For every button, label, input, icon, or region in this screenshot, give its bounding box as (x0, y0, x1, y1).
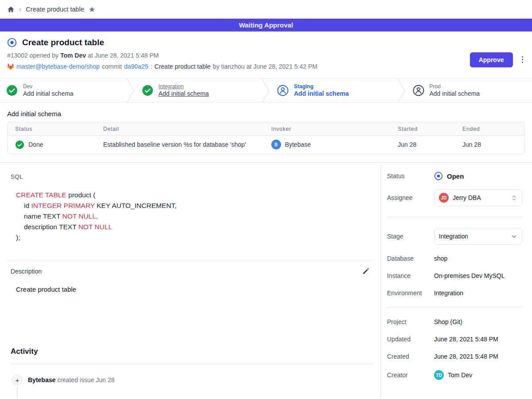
updated-value: June 28, 2021 5:48 PM (434, 336, 522, 343)
stage-pending-icon (413, 85, 424, 96)
stage-pending-approval-icon (277, 85, 289, 96)
sql-statement: CREATE TABLE product (id INTEGER PRIMARY… (16, 190, 380, 243)
commit-line: master@bytebase-demo/shop commit da90a25… (7, 63, 317, 70)
assignee-value: Jerry DBA (453, 194, 481, 201)
stage-done-icon (142, 85, 153, 96)
stage-label: Stage (387, 233, 434, 240)
assignee-select[interactable]: JD Jerry DBA (434, 189, 522, 206)
column-header-status: Status (8, 126, 103, 132)
avatar: B (271, 140, 281, 149)
activity-actor: Bytebase (28, 376, 55, 383)
description-label: Description (11, 268, 42, 275)
stage-task-link[interactable]: Add initial schema (430, 90, 480, 97)
assignee-label: Assignee (387, 194, 434, 201)
commit-branch-link[interactable]: master@bytebase-demo/shop (16, 63, 100, 70)
stage-done-icon (6, 85, 18, 96)
stage-env-label: Prod (430, 83, 480, 90)
issue-sidebar: Status Open Assignee JD Jerry DBA Stage (380, 163, 532, 397)
task-detail-text: Established baseline version %s for data… (103, 141, 271, 148)
issue-opened-at: at June 28, 2021 5:48 PM (88, 52, 159, 59)
activity-action: created issue Jun 28 (57, 376, 114, 383)
select-stepper-icon (511, 195, 517, 201)
task-ended-date: Jun 28 (462, 141, 524, 148)
column-header-invoker: Invoker (271, 126, 398, 132)
creator-label: Creator (387, 372, 434, 379)
issue-meta: #13002 opened by Tom Dev at June 28, 202… (7, 52, 317, 59)
chevron-down-icon (511, 233, 517, 240)
status-label: Status (387, 172, 434, 180)
commit-word: commit (102, 63, 122, 70)
task-table: Status Detail Invoker Started Ended Done… (7, 122, 525, 154)
divider (11, 364, 373, 364)
creator-value: Tom Dev (448, 372, 472, 379)
stage-select[interactable]: Integration (434, 228, 522, 245)
stage-env-label: Dev (23, 83, 74, 90)
chevron-right-icon: › (19, 6, 21, 13)
issue-header: Create product table #13002 opened by To… (0, 31, 532, 74)
project-value: Shop (Git) (434, 318, 522, 325)
database-value: shop (434, 255, 522, 262)
edit-pencil-icon[interactable] (362, 267, 370, 275)
approve-button[interactable]: Approve (470, 52, 513, 67)
issue-open-icon (7, 38, 17, 47)
task-table-header: Status Detail Invoker Started Ended (8, 122, 524, 136)
task-section-title: Add initial schema (7, 110, 525, 117)
breadcrumb-page-label: Create product table (26, 6, 84, 13)
stage-separator (261, 78, 271, 103)
stage-separator (126, 78, 136, 103)
divider (387, 307, 522, 308)
stage-task-link[interactable]: Add initial schema (23, 90, 74, 97)
stage-value: Integration (439, 233, 468, 240)
activity-section-title: Activity (11, 347, 380, 356)
database-label: Database (387, 255, 434, 262)
column-header-detail: Detail (103, 126, 271, 132)
commit-hash-link[interactable]: da90a25 (124, 63, 149, 70)
kebab-menu-icon[interactable] (520, 55, 525, 65)
timeline-line (17, 387, 18, 397)
pipeline-stage-dev[interactable]: Dev Add initial schema (0, 78, 126, 102)
pipeline-stage-prod[interactable]: Prod Add initial schema (407, 78, 532, 102)
instance-label: Instance (387, 272, 434, 279)
project-label: Project (387, 318, 434, 325)
updated-label: Updated (387, 336, 434, 343)
table-row[interactable]: Done Established baseline version %s for… (8, 136, 524, 153)
stage-task-link[interactable]: Add initial schema (294, 90, 349, 97)
stage-env-label: Integration (159, 83, 209, 90)
instance-value: On-premises Dev MySQL (434, 272, 522, 279)
home-icon[interactable] (7, 6, 15, 13)
breadcrumb: › Create product table ★ (0, 0, 532, 19)
avatar: TD (434, 370, 444, 380)
commit-colon: : (150, 63, 152, 70)
done-check-icon (15, 140, 24, 149)
status-banner: Waiting Approval (0, 19, 532, 31)
avatar: JD (439, 193, 449, 203)
page-title: Create product table (22, 38, 104, 47)
task-status-text: Done (28, 141, 43, 148)
description-text: Create product table (16, 286, 380, 293)
stage-env-label: Staging (294, 83, 349, 90)
divider (387, 217, 522, 217)
plus-icon: + (12, 374, 23, 386)
issue-author: Tom Dev (60, 52, 86, 59)
issue-detail-panel: SQL CREATE TABLE product (id INTEGER PRI… (0, 163, 380, 397)
created-value: June 28, 2021 5:48 PM (434, 353, 522, 360)
commit-message: Create product table (154, 63, 211, 70)
invoker-name: Bytebase (285, 141, 311, 148)
status-open-icon (434, 172, 443, 180)
status-value: Open (447, 172, 464, 180)
pipeline: Dev Add initial schema Integration Add i… (0, 78, 532, 102)
task-started-date: Jun 28 (398, 141, 462, 148)
created-label: Created (387, 353, 434, 360)
column-header-ended: Ended (462, 126, 524, 132)
activity-entry: + Bytebase created issue Jun 28 (12, 374, 380, 386)
environment-value: Integration (434, 289, 522, 297)
sql-section-label: SQL (0, 163, 380, 180)
environment-label: Environment (387, 289, 434, 297)
pipeline-stage-staging[interactable]: Staging Add initial schema (271, 78, 397, 102)
pipeline-stage-integration[interactable]: Integration Add initial schema (136, 78, 262, 102)
stage-task-link[interactable]: Add initial schema (159, 90, 209, 97)
issue-id-text: #13002 opened by (7, 52, 59, 59)
star-icon[interactable]: ★ (89, 5, 95, 14)
column-header-started: Started (398, 126, 462, 132)
commit-byline: by tianzhou at June 28, 2021 5:42 PM (213, 63, 317, 70)
